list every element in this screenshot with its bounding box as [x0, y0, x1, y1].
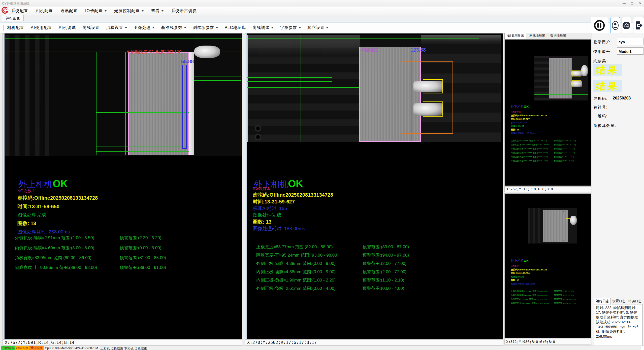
measurement-row-mini: 负极宽度=83.05mm 范围:(80.00 - 86.00) — [511, 298, 547, 301]
tab-run-log[interactable]: 运行日志 — [594, 298, 611, 304]
tab-settings-log[interactable]: 设置日志 — [611, 298, 627, 304]
tab-feed-curve[interactable]: 料线曲线图 — [527, 33, 547, 39]
measure-line-h — [96, 112, 189, 113]
tool-spot-check-settings[interactable]: 点检设置 — [106, 25, 127, 30]
reference-line — [247, 38, 479, 39]
close-button[interactable]: ✕ — [636, 1, 644, 6]
pause-button[interactable] — [591, 17, 608, 34]
tool-ai-use-config[interactable]: AI使用配置 — [31, 25, 52, 30]
measurement-row: 内侧负极-隔膜=4.60mm 范围:(3.00 - 6.00) — [15, 245, 94, 251]
measurement-row-mini: 内侧负极-隔膜=4.60mm 范围:(3.00 - 6.00) — [511, 294, 548, 297]
tool-other-settings[interactable]: 其它设置 — [307, 25, 328, 30]
menu-comm-config[interactable]: 通讯配置 — [60, 8, 78, 14]
reference-line — [528, 236, 577, 236]
camera-result-title-mini: 外下相机OK — [511, 104, 529, 109]
menu-system-config[interactable]: 系统配置 — [11, 8, 28, 14]
upper-camera-image: 55.88 AI辅助阈值:93, 动态阈值:100 — [5, 35, 242, 156]
measurement-warn-mini: 预警范围:(1.10 - 2.10) — [554, 155, 574, 158]
result-ok: OK — [288, 178, 303, 189]
tab-error-log[interactable]: 错误日志 — [627, 298, 643, 304]
measurement-row: 隔膜宽度-上=90.56mm 范围:(88.00 - 92.00) — [15, 265, 97, 270]
measure-line-h — [194, 80, 241, 81]
exit-button[interactable] — [633, 17, 644, 33]
lower-camera-panel[interactable]: AI检测框 123.88 外下相机OK NG次数:0 虚拟码:Offline20… — [245, 33, 503, 339]
loop-count-label: 圈数: 13 — [253, 219, 271, 225]
cpu-memory-status: Cpu: 0.0% Memory: 3424.41796875M — [45, 346, 98, 350]
image-highlight — [421, 35, 501, 42]
maximize-button[interactable]: ▢ — [628, 1, 636, 6]
panel-scrollbar[interactable] — [245, 33, 247, 339]
users-button[interactable] — [622, 17, 631, 33]
dropdown-arrow-icon — [142, 10, 144, 12]
tool-camera-debug[interactable]: 相机调试 — [59, 25, 76, 30]
menu-light-control-config[interactable]: 光源控制配置 — [114, 8, 144, 14]
tab-detect-box-yellow — [423, 79, 443, 93]
measure-rect-orange-mini — [564, 64, 582, 94]
reference-line — [5, 38, 242, 39]
virtual-code-value: 20250208 — [613, 96, 631, 100]
tab-data-curve[interactable]: 数据曲线图 — [548, 33, 568, 39]
resize-grip[interactable] — [641, 346, 644, 350]
comm-link-badge: 通讯连接 — [29, 346, 44, 350]
measurement-row: 内侧正极-隔膜=4.38mm 范围:(0.00 - 9.00) — [256, 269, 336, 275]
measure-line-h — [247, 77, 332, 78]
ng-preview-2[interactable]: 外上相机OK NG次数:1 虚拟码:Offline202502081331347… — [504, 193, 591, 338]
menu-language-switch[interactable]: 系统语言切换 — [171, 8, 197, 14]
measurement-row-mini: 外侧正极-隔膜=4.38mm 范围:(0.00 - 9.00) — [511, 147, 548, 150]
virtual-code-label: 虚拟码:Offline20250208133134728 — [253, 192, 333, 198]
lower-camera-cursor-status: X:270;Y:2502;R:17;G:17;B:17 — [245, 339, 503, 345]
menu-io-card-config[interactable]: IO卡配置 — [85, 8, 107, 14]
tab-ng-screenshot[interactable]: NG截图显示 — [504, 33, 526, 39]
log-text-area[interactable]: 耗时: 222, 缺陷检测耗时: 17, 缺陷分类耗时: 0, 缺陷提取分区耗时… — [594, 304, 642, 349]
tab-run-image[interactable]: 运行图像 — [2, 15, 24, 21]
reference-line — [534, 61, 588, 61]
measure-line-h — [96, 151, 189, 152]
login-user-input[interactable] — [617, 38, 643, 45]
virtual-code-field-label: 虚拟码: — [593, 96, 608, 101]
tool-camera-config[interactable]: 相机配置 — [7, 25, 24, 30]
tab-detect-box-yellow — [572, 80, 581, 87]
upper-camera-panel[interactable]: 55.88 AI辅助阈值:93, 动态阈值:100 外上相机OK NG次数:1 … — [3, 33, 242, 339]
user-button[interactable] — [610, 17, 620, 33]
menu-camera-config[interactable]: 相机配置 — [36, 8, 53, 14]
text-cursor — [640, 339, 640, 343]
measure-value-label: 123.88 — [410, 47, 426, 53]
tool-baseline-params[interactable]: 基准线参数 — [161, 25, 186, 30]
dropdown-arrow-icon — [271, 27, 273, 28]
panel-scrollbar[interactable] — [3, 33, 5, 339]
ng-preview-1[interactable]: 外下相机OK NG次数:0 虚拟码:Offline202502081331347… — [504, 39, 591, 186]
tool-char-params[interactable]: 字符参数 — [280, 25, 301, 30]
tool-test-item-params[interactable]: 测试项参数 — [193, 25, 218, 30]
result-ok: OK — [524, 259, 529, 263]
measurement-warn: 预警范围:(0.00 - 8.00) — [120, 245, 161, 251]
image-texture — [528, 208, 543, 243]
lower-camera-image: AI检测框 123.88 — [247, 35, 501, 142]
result-box-2: 结果 — [593, 80, 622, 92]
menu-view[interactable]: 查看 — [151, 8, 164, 14]
measure-line-h — [96, 147, 189, 147]
dropdown-arrow-icon — [184, 27, 186, 28]
tool-offline-settings[interactable]: 离线设置 — [82, 25, 100, 30]
log-panel: 运行日志设置日志错误日志 耗时: 222, 缺陷检测耗时: 17, 缺陷分类耗时… — [594, 298, 644, 350]
measurement-warn-mini: 预警范围:(2.00 - 77.00) — [554, 147, 575, 150]
measure-rect-blue — [182, 65, 187, 149]
camera-result-title: 外上相机OK — [18, 178, 68, 190]
result-ok: OK — [53, 178, 68, 189]
model-input[interactable] — [617, 47, 643, 55]
tool-image-processing[interactable]: 图像处理 — [134, 25, 154, 30]
login-user-label: 登录用户: — [593, 40, 612, 45]
metal-tab-blob — [570, 216, 577, 225]
tool-plc-address-lib[interactable]: PLC地址库 — [224, 25, 246, 30]
dropdown-arrow-icon — [326, 27, 328, 28]
exit-icon — [634, 20, 643, 30]
tab-ai-time-mini: 极耳AI耗时: 165 — [511, 121, 527, 124]
measurement-warn-mini: 预警范围:(83.00 - 87.00) — [554, 139, 576, 142]
minimize-button[interactable]: — — [620, 1, 628, 6]
total-result-label: 总结果: — [593, 59, 608, 64]
toolbar-drag-handle[interactable] — [2, 25, 4, 31]
measurement-warn-mini: 预警范围:(81.00 - 85.00) — [554, 298, 576, 301]
tool-offline-debug[interactable]: 离线调试 — [252, 25, 273, 30]
measurement-warn-mini: 预警范围:(89.00 - 91.00) — [554, 302, 576, 305]
reference-line — [528, 216, 577, 216]
measure-line-v — [125, 52, 126, 155]
